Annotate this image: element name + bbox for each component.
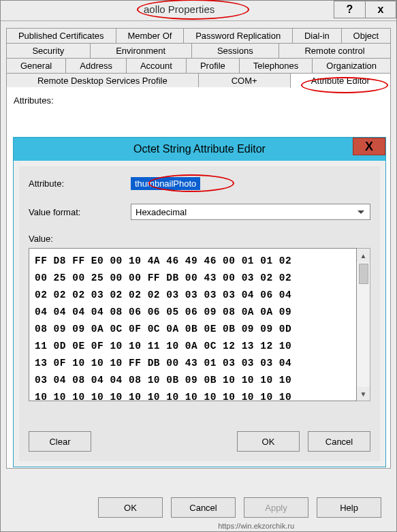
window-title: aollo Properties bbox=[144, 3, 215, 15]
tab-rds-profile[interactable]: Remote Desktop Services Profile bbox=[6, 73, 199, 88]
format-select[interactable]: Hexadecimal bbox=[131, 204, 370, 220]
tab-account[interactable]: Account bbox=[126, 58, 187, 73]
tab-member-of[interactable]: Member Of bbox=[116, 28, 185, 43]
octet-editor-dialog: Octet String Attribute Editor X Attribut… bbox=[13, 137, 386, 467]
tab-published-certificates[interactable]: Published Certificates bbox=[6, 28, 116, 43]
editor-title: Octet String Attribute Editor bbox=[133, 143, 266, 155]
scrollbar[interactable]: ▲ ▼ bbox=[357, 248, 370, 401]
tab-address[interactable]: Address bbox=[65, 58, 127, 73]
attributes-label: Attributes: bbox=[14, 95, 383, 106]
format-label: Value format: bbox=[29, 207, 131, 217]
outer-help-button[interactable]: Help bbox=[317, 497, 381, 518]
format-selected: Hexadecimal bbox=[136, 207, 187, 217]
attribute-row: Attribute: thumbnailPhoto bbox=[29, 177, 370, 190]
tab-security[interactable]: Security bbox=[6, 43, 91, 58]
tab-attribute-editor[interactable]: Attribute Editor bbox=[290, 73, 391, 88]
editor-cancel-button[interactable]: Cancel bbox=[308, 431, 370, 452]
tabs: Published Certificates Member Of Passwor… bbox=[6, 28, 391, 88]
editor-body: Attribute: thumbnailPhoto Value format: … bbox=[19, 166, 380, 461]
watermark: https://win.ekzorchik.ru bbox=[218, 522, 294, 530]
scroll-up-icon[interactable]: ▲ bbox=[357, 249, 370, 262]
close-button[interactable]: x bbox=[365, 1, 396, 18]
editor-close-button[interactable]: X bbox=[353, 138, 385, 155]
scroll-down-icon[interactable]: ▼ bbox=[357, 387, 370, 401]
apply-button[interactable]: Apply bbox=[244, 497, 308, 518]
tab-telephones[interactable]: Telephones bbox=[239, 58, 313, 73]
titlebar-buttons: ? x bbox=[334, 1, 396, 18]
attribute-value: thumbnailPhoto bbox=[131, 177, 200, 190]
editor-ok-button[interactable]: OK bbox=[237, 431, 300, 452]
tab-organization[interactable]: Organization bbox=[312, 58, 391, 73]
tab-dial-in[interactable]: Dial-in bbox=[292, 28, 342, 43]
ok-button[interactable]: OK bbox=[98, 497, 163, 518]
format-row: Value format: Hexadecimal bbox=[29, 204, 370, 220]
hex-textarea[interactable]: FF D8 FF E0 00 10 4A 46 49 46 00 01 01 0… bbox=[29, 248, 357, 401]
titlebar: aollo Properties ? x bbox=[1, 1, 396, 21]
value-label: Value: bbox=[29, 234, 370, 244]
cancel-button[interactable]: Cancel bbox=[171, 497, 236, 518]
attribute-label: Attribute: bbox=[29, 178, 131, 189]
tab-password-replication[interactable]: Password Replication bbox=[183, 28, 293, 43]
clear-button[interactable]: Clear bbox=[29, 431, 91, 452]
scroll-thumb[interactable] bbox=[359, 264, 368, 284]
tab-profile[interactable]: Profile bbox=[186, 58, 240, 73]
editor-buttons: Clear OK Cancel bbox=[29, 431, 370, 452]
tab-sessions[interactable]: Sessions bbox=[191, 43, 280, 58]
hex-wrap: FF D8 FF E0 00 10 4A 46 49 46 00 01 01 0… bbox=[29, 248, 370, 401]
tab-object[interactable]: Object bbox=[341, 28, 391, 43]
outer-buttons: OK Cancel Apply Help bbox=[98, 497, 381, 518]
tab-remote-control[interactable]: Remote control bbox=[279, 43, 391, 58]
editor-titlebar: Octet String Attribute Editor X bbox=[14, 138, 385, 161]
tab-com-plus[interactable]: COM+ bbox=[198, 73, 291, 88]
properties-window: aollo Properties ? x Published Certifica… bbox=[0, 0, 397, 532]
tab-general[interactable]: General bbox=[6, 58, 66, 73]
tab-environment[interactable]: Environment bbox=[90, 43, 192, 58]
help-button[interactable]: ? bbox=[334, 1, 365, 18]
